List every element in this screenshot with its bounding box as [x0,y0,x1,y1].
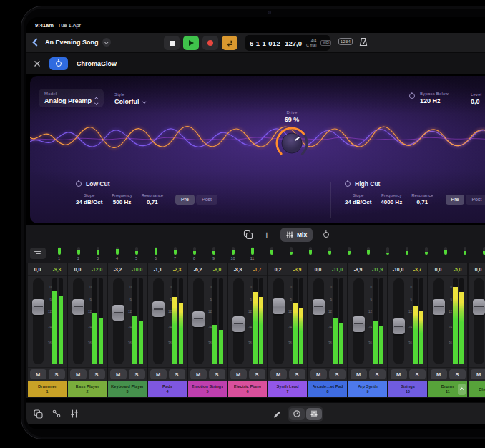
mute-button[interactable]: M [310,369,327,379]
record-button[interactable] [202,36,218,50]
metronome-button[interactable] [358,36,368,49]
bridge-cell[interactable]: 5 [127,247,146,261]
fader-handle[interactable] [232,316,245,332]
mute-button[interactable]: M [471,369,485,379]
track-label[interactable]: Strings 10 [388,381,427,397]
count-in-button[interactable]: 1234 [338,38,353,45]
fader-handle[interactable] [273,298,285,314]
fader-track[interactable] [153,278,164,364]
bridge-cell[interactable]: 1 [49,247,69,261]
bypass-below-control[interactable]: Bypass Below 120 Hz [409,92,449,104]
frequency-param[interactable]: Frequency 4000 Hz [381,193,402,205]
track-label[interactable]: Emotion Strings 5 [188,381,227,397]
track-label[interactable]: Synth Lead 7 [268,381,307,397]
bridge-cell[interactable]: 6 [146,247,165,261]
frequency-param[interactable]: Frequency 500 Hz [112,193,132,205]
lcd-display[interactable]: 6 1 1 012 127,0 4/4 C maj MIDI [245,35,330,51]
solo-button[interactable]: S [129,369,145,379]
solo-button[interactable]: S [169,369,185,379]
fader-db-value[interactable]: -3,2 [108,267,127,272]
fader-track[interactable] [273,278,284,364]
fader-db-value[interactable]: 0,0 [28,267,47,272]
fader-handle[interactable] [393,318,405,334]
drive-knob[interactable] [273,125,310,162]
fader-db-value[interactable]: -8,9 [348,267,368,272]
bridge-cell[interactable]: 2 [69,247,88,261]
solo-button[interactable]: S [89,369,105,379]
solo-button[interactable]: S [329,369,346,379]
mute-button[interactable]: M [150,369,167,379]
track-label[interactable]: Arcade…et Pad 8 [308,381,347,397]
bridge-cell[interactable] [416,247,436,261]
mute-button[interactable]: M [431,369,447,379]
bridge-cell[interactable] [281,247,300,261]
add-button[interactable]: + [264,230,270,240]
bridge-cell[interactable]: 7 [165,247,185,261]
fader-handle[interactable] [72,299,84,315]
cycle-button[interactable] [222,36,237,50]
mute-button[interactable]: M [351,369,367,379]
mute-button[interactable]: M [70,369,87,379]
resonance-param[interactable]: Resonance 0,71 [142,193,163,205]
fader-db-value[interactable]: -1,1 [148,267,167,272]
fader-track[interactable] [393,278,404,364]
channel-controls-button[interactable] [70,409,79,418]
mixer-filter-button[interactable] [30,248,46,259]
fader-track[interactable] [193,278,204,364]
bridge-cell[interactable]: 11 [242,247,262,261]
fader-handle[interactable] [473,299,485,315]
fader-db-value[interactable]: 0,0 [469,267,485,272]
bridge-cell[interactable] [262,247,281,261]
mute-button[interactable]: M [190,369,207,379]
bridge-cell[interactable]: 3 [88,247,107,261]
track-label[interactable]: Keyboard Player 3 [108,381,147,397]
bridge-cell[interactable]: 4 [107,247,127,261]
fader-track[interactable] [33,278,44,364]
fader-track[interactable] [353,278,364,364]
pre-button[interactable]: Pre [175,195,195,205]
solo-button[interactable]: S [369,369,386,379]
style-selector[interactable]: Style Colorful [114,92,145,105]
pre-button[interactable]: Pre [446,195,465,205]
play-button[interactable] [183,36,199,50]
track-label[interactable]: Chorus V [469,381,485,397]
fader-track[interactable] [313,278,324,364]
solo-button[interactable]: S [289,369,305,379]
song-title-menu[interactable]: An Evening Song [45,38,111,47]
solo-button[interactable]: S [49,369,65,379]
slope-param[interactable]: Slope 24 dB/Oct [345,193,371,205]
fader-db-value[interactable]: 0,0 [68,267,87,272]
level-control[interactable]: Level 0,0 [471,92,481,105]
bridge-cell[interactable] [378,247,397,261]
solo-button[interactable]: S [409,369,426,379]
bridge-cell[interactable]: 10 [223,247,242,261]
low-cut-power-icon[interactable] [76,181,82,187]
fader-track[interactable] [113,278,124,364]
model-selector[interactable]: Model Analog Preamp [39,89,104,107]
mixer-power-button[interactable] [323,232,329,238]
fader-db-value[interactable]: -8,8 [228,267,248,272]
fader-db-value[interactable]: 0,2 [268,267,288,272]
routing-button[interactable] [52,409,61,418]
bridge-cell[interactable] [397,247,416,261]
mix-view-button[interactable]: Mix [280,228,313,242]
post-button[interactable]: Post [196,195,217,205]
bridge-cell[interactable] [436,247,455,261]
mute-button[interactable]: M [391,369,407,379]
fader-handle[interactable] [112,305,124,321]
bridge-cell[interactable]: 8 [185,247,204,261]
browser-button[interactable] [34,409,43,419]
track-label[interactable]: Drummer 1 [28,381,67,397]
plugin-power-button[interactable] [49,57,68,70]
post-button[interactable]: Post [466,195,485,205]
bridge-cell[interactable] [300,247,320,261]
controls-view-button[interactable] [289,408,305,420]
fader-handle[interactable] [433,299,445,315]
solo-button[interactable]: S [249,369,265,379]
mute-button[interactable]: M [110,369,127,379]
solo-button[interactable]: S [449,369,466,379]
slope-param[interactable]: Slope 24 dB/Oct [76,193,102,205]
bridge-cell[interactable] [339,247,358,261]
solo-button[interactable]: S [209,369,225,379]
fader-track[interactable] [433,278,444,364]
